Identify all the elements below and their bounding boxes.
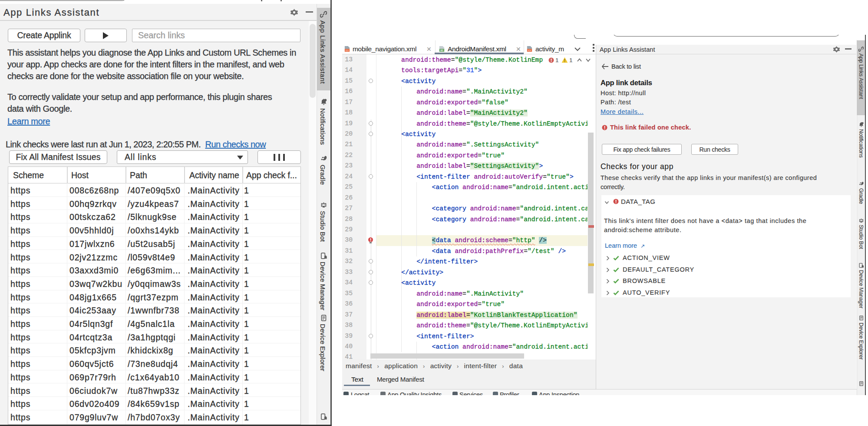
svg-text:<>: <> [528, 49, 531, 52]
svg-text:<>: <> [346, 49, 349, 52]
svg-text:MF: MF [440, 49, 443, 52]
